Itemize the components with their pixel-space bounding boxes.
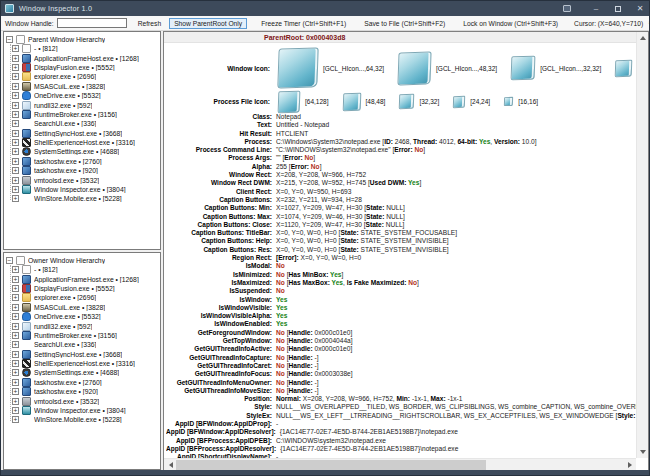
expand-icon[interactable]: + (12, 102, 19, 109)
window-handle-input[interactable] (57, 18, 127, 28)
expand-icon[interactable]: + (12, 73, 19, 80)
tree-item[interactable]: +MSASCuiL.exe • [3828] (4, 82, 160, 91)
detail-label: Caption Buttons: Help: (166, 237, 272, 244)
refresh-button[interactable]: Refresh (133, 18, 166, 29)
statusbar (1, 470, 650, 476)
tree-item[interactable]: +SearchUI.exe • [336] (4, 119, 160, 128)
value-segment: Handle: (288, 329, 312, 336)
expand-icon[interactable]: + (12, 276, 19, 283)
lock-on-window-button[interactable]: Lock on Window (Ctrl+Shift+F3) (458, 18, 563, 29)
expand-icon[interactable]: + (12, 120, 19, 127)
tree-item[interactable]: +ApplicationFrameHost.exe • [1268] (4, 274, 160, 283)
tree-item-label: vmtoolsd.exe • [3532] (34, 398, 99, 405)
detail-row: IsWindowEnabled:Yes (166, 320, 636, 328)
parent-tree-root[interactable]: − Parent Window Hierarchy (6, 34, 160, 44)
expand-icon[interactable]: + (12, 360, 19, 367)
maximize-button[interactable] (607, 1, 629, 16)
expand-icon[interactable]: + (12, 407, 19, 414)
tree-item[interactable]: +DisplayFusion.exe • [5552] (4, 284, 160, 293)
tree-item[interactable]: +MSASCuiL.exe • [3828] (4, 303, 160, 312)
tree-item[interactable]: +rundll32.exe • [592] (4, 100, 160, 109)
freeze-timer-button[interactable]: Freeze Timer (Ctrl+Shift+F1) (256, 18, 351, 29)
expand-icon[interactable]: + (12, 416, 19, 423)
expand-icon[interactable]: + (12, 313, 19, 320)
tree-item[interactable]: +taskhostw.exe • [2760] (4, 157, 160, 166)
expand-icon[interactable]: + (12, 186, 19, 193)
collapse-icon[interactable]: − (6, 257, 13, 264)
expand-icon[interactable]: + (12, 64, 19, 71)
value-segment: 0x000c01e0] (313, 345, 353, 352)
expand-icon[interactable]: + (12, 167, 19, 174)
tree-item[interactable]: +RuntimeBroker.exe • [3156] (4, 331, 160, 340)
tree-item[interactable]: +explorer.exe • [2696] (4, 293, 160, 302)
scroll-down-button[interactable] (637, 447, 649, 458)
expand-icon[interactable]: + (12, 177, 19, 184)
expand-icon[interactable]: + (12, 148, 19, 155)
expand-icon[interactable]: + (12, 332, 19, 339)
tree-item[interactable]: +vmtoolsd.exe • [3532] (4, 175, 160, 184)
tree-item[interactable]: +DisplayFusion.exe • [5552] (4, 63, 160, 72)
tree-item[interactable]: +ApplicationFrameHost.exe • [1268] (4, 53, 160, 62)
tree-item[interactable]: +OneDrive.exe • [5532] (4, 312, 160, 321)
close-button[interactable]: ✕ (629, 1, 650, 16)
tree-item[interactable]: +- • [812] (4, 44, 160, 53)
collapse-icon[interactable]: − (6, 36, 13, 43)
tree-item[interactable]: +SettingSyncHost.exe • [3668] (4, 129, 160, 138)
horizontal-scroll-thumb[interactable] (176, 460, 486, 470)
value-segment: X=0, Y=0, W=950, H=693 (276, 188, 351, 195)
expand-icon[interactable]: + (12, 158, 19, 165)
tree-item-label: - • [812] (34, 45, 58, 52)
horizontal-scrollbar[interactable] (164, 458, 636, 470)
value-segment: STATE_SYSTEM_INVISIBLE] (359, 237, 449, 244)
value-segment: X=232, Y=211, W=934, H=28 (276, 196, 362, 203)
minimize-button[interactable]: – (585, 1, 607, 16)
tree-item[interactable]: +Window Inspector.exe • [3804] (4, 406, 160, 415)
expand-icon[interactable]: + (12, 55, 19, 62)
tree-item[interactable]: +explorer.exe • [2696] (4, 72, 160, 81)
expand-icon[interactable]: + (12, 92, 19, 99)
win-icon (22, 54, 31, 63)
arrow-up-icon (640, 33, 646, 40)
expand-icon[interactable]: + (12, 111, 19, 118)
scroll-up-button[interactable] (637, 32, 649, 43)
expand-icon[interactable]: + (12, 379, 19, 386)
tree-item[interactable]: +vmtoolsd.exe • [3532] (4, 396, 160, 405)
expand-icon[interactable]: + (12, 285, 19, 292)
tree-item[interactable]: +rundll32.exe • [592] (4, 321, 160, 330)
save-to-file-button[interactable]: Save to File (Ctrl+Shift+F2) (359, 18, 450, 29)
expand-icon[interactable]: + (12, 304, 19, 311)
expand-icon[interactable]: + (12, 294, 19, 301)
tree-item[interactable]: +taskhostw.exe • [920] (4, 387, 160, 396)
show-parentroot-only-toggle[interactable]: Show ParentRoot Only (169, 18, 247, 29)
tree-item[interactable]: +taskhostw.exe • [920] (4, 166, 160, 175)
expand-icon[interactable]: + (12, 351, 19, 358)
expand-icon[interactable]: + (12, 323, 19, 330)
tree-item[interactable]: +SearchUI.exe • [336] (4, 340, 160, 349)
tree-item[interactable]: +WinStore.Mobile.exe • [5228] (4, 415, 160, 424)
expand-icon[interactable]: + (12, 45, 19, 52)
tree-item[interactable]: +ShellExperienceHost.exe • [3316] (4, 359, 160, 368)
expand-icon[interactable]: + (12, 266, 19, 273)
expand-icon[interactable]: + (12, 139, 19, 146)
owner-tree-root[interactable]: − Owner Window Hierarchy (6, 255, 160, 265)
expand-icon[interactable]: + (12, 83, 19, 90)
vertical-scrollbar[interactable] (636, 32, 648, 458)
tree-item[interactable]: +SystemSettings.exe • [4688] (4, 147, 160, 156)
expand-icon[interactable]: + (12, 388, 19, 395)
tree-item[interactable]: +WinStore.Mobile.exe • [5228] (4, 194, 160, 203)
tree-item[interactable]: +OneDrive.exe • [5532] (4, 91, 160, 100)
expand-icon[interactable]: + (12, 398, 19, 405)
expand-icon[interactable]: + (12, 341, 19, 348)
tree-item[interactable]: +RuntimeBroker.exe • [3156] (4, 110, 160, 119)
expand-icon[interactable]: + (12, 195, 19, 202)
expand-icon[interactable]: + (12, 369, 19, 376)
value-segment: Handle: (288, 362, 312, 369)
titlebar-badge-icon[interactable] (563, 5, 571, 12)
tree-item[interactable]: +SystemSettings.exe • [4688] (4, 368, 160, 377)
tree-item[interactable]: +- • [812] (4, 265, 160, 274)
tree-item[interactable]: +taskhostw.exe • [2760] (4, 378, 160, 387)
tree-item[interactable]: +Window Inspector.exe • [3804] (4, 185, 160, 194)
expand-icon[interactable]: + (12, 130, 19, 137)
tree-item[interactable]: +SettingSyncHost.exe • [3668] (4, 350, 160, 359)
tree-item[interactable]: +ShellExperienceHost.exe • [3316] (4, 138, 160, 147)
